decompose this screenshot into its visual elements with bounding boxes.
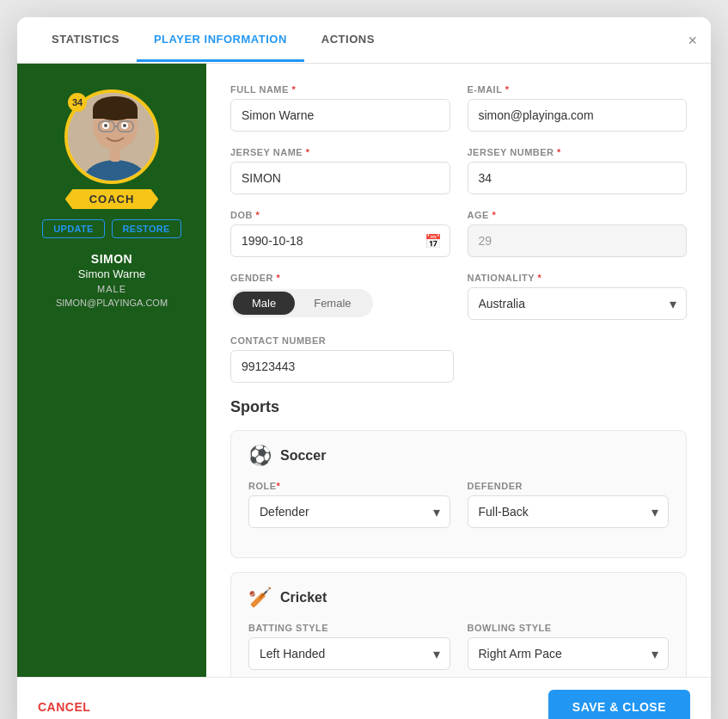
- dob-input[interactable]: [230, 224, 450, 257]
- sidebar-email: SIMON@PLAYINGA.COM: [56, 298, 168, 308]
- age-input: [468, 224, 688, 257]
- group-full-name: FULL NAME *: [230, 84, 450, 132]
- full-name-input[interactable]: [230, 99, 450, 132]
- nationality-label: NATIONALITY *: [468, 273, 688, 283]
- jersey-number-badge: 34: [68, 93, 87, 112]
- group-bowling-style: BOWLING STYLE Right Arm Pace Left Arm Pa…: [468, 623, 670, 670]
- dob-label: DOB *: [230, 210, 450, 220]
- group-email: E-MAIL *: [468, 84, 688, 132]
- cricket-fields: BATTING STYLE Left Handed Right Handed ▾…: [248, 623, 669, 670]
- group-soccer-role: ROLE* Defender Forward Goalkeeper Midfie…: [248, 481, 450, 528]
- sidebar-action-buttons: UPDATE RESTORE: [42, 219, 180, 238]
- role-banner: COACH: [65, 189, 159, 209]
- tab-statistics[interactable]: STATISTICS: [34, 19, 137, 62]
- row-jersey: JERSEY NAME * JERSEY NUMBER *: [230, 147, 687, 194]
- nationality-select-wrapper: Australia England India ▾: [468, 287, 688, 320]
- sidebar-gender: MALE: [97, 284, 126, 294]
- jersey-name-input[interactable]: [230, 162, 450, 194]
- jersey-number-label: JERSEY NUMBER *: [468, 147, 688, 157]
- gender-toggle: Male Female: [230, 289, 373, 317]
- cricket-card: 🏏 Cricket BATTING STYLE Left Handed Righ…: [230, 572, 687, 677]
- update-button[interactable]: UPDATE: [42, 219, 104, 238]
- defender-select[interactable]: Full-Back Centre-Back Sweeper: [468, 495, 670, 528]
- batting-style-select[interactable]: Left Handed Right Handed: [248, 637, 450, 670]
- tab-player-information[interactable]: PLAYER INFORMATION: [137, 19, 304, 62]
- form-content: FULL NAME * E-MAIL * JERSEY NAME *: [206, 64, 711, 677]
- nationality-select[interactable]: Australia England India: [468, 287, 688, 320]
- soccer-card: ⚽ Soccer ROLE* Defender Forward: [230, 430, 687, 558]
- modal-body: 34 COACH UPDATE RESTORE SIMON Simon Warn…: [17, 64, 711, 677]
- gender-male-button[interactable]: Male: [233, 292, 295, 315]
- gender-female-button[interactable]: Female: [295, 292, 370, 315]
- batting-select-wrapper: Left Handed Right Handed ▾: [248, 637, 450, 670]
- cricket-name: Cricket: [280, 590, 327, 605]
- group-batting-style: BATTING STYLE Left Handed Right Handed ▾: [248, 623, 450, 670]
- save-close-button[interactable]: SAVE & CLOSE: [548, 690, 690, 719]
- soccer-fields: ROLE* Defender Forward Goalkeeper Midfie…: [248, 481, 669, 528]
- avatar-container: 34: [64, 89, 159, 184]
- dob-input-wrapper: 📅: [230, 224, 450, 257]
- cricket-header: 🏏 Cricket: [248, 587, 669, 609]
- sidebar-fullname: Simon Warne: [78, 267, 145, 280]
- row-name-email: FULL NAME * E-MAIL *: [230, 84, 687, 132]
- svg-rect-3: [93, 108, 138, 119]
- group-gender: GENDER * Male Female: [230, 273, 450, 320]
- group-defender-type: DEFENDER Full-Back Centre-Back Sweeper ▾: [468, 481, 670, 528]
- row-dob-age: DOB * 📅 AGE *: [230, 210, 687, 257]
- close-icon[interactable]: ×: [688, 33, 697, 48]
- group-dob: DOB * 📅: [230, 210, 450, 257]
- soccer-role-select-wrapper: Defender Forward Goalkeeper Midfielder ▾: [248, 495, 450, 528]
- batting-style-label: BATTING STYLE: [248, 623, 450, 633]
- jersey-number-input[interactable]: [468, 162, 688, 194]
- tab-actions[interactable]: ACTIONS: [304, 19, 392, 62]
- cancel-button[interactable]: CANCEL: [38, 700, 90, 714]
- bowling-style-select[interactable]: Right Arm Pace Left Arm Pace Off Spin Le…: [468, 637, 670, 670]
- jersey-name-label: JERSEY NAME *: [230, 147, 450, 157]
- group-nationality: NATIONALITY * Australia England India ▾: [468, 273, 688, 320]
- soccer-icon: ⚽: [248, 445, 272, 467]
- bowling-select-wrapper: Right Arm Pace Left Arm Pace Off Spin Le…: [468, 637, 670, 670]
- group-age: AGE *: [468, 210, 688, 257]
- soccer-name: Soccer: [280, 448, 326, 464]
- restore-button[interactable]: RESTORE: [112, 219, 181, 238]
- svg-rect-12: [110, 146, 120, 162]
- group-jersey-name: JERSEY NAME *: [230, 147, 450, 194]
- group-contact: CONTACT NUMBER: [230, 335, 454, 383]
- sports-title: Sports: [230, 398, 687, 416]
- tab-bar: STATISTICS PLAYER INFORMATION ACTIONS ×: [17, 17, 711, 64]
- soccer-role-select[interactable]: Defender Forward Goalkeeper Midfielder: [248, 495, 450, 528]
- row-gender-nationality: GENDER * Male Female NATIONALITY * Austr…: [230, 273, 687, 320]
- sidebar: 34 COACH UPDATE RESTORE SIMON Simon Warn…: [17, 64, 206, 677]
- contact-input[interactable]: [230, 350, 454, 383]
- bowling-style-label: BOWLING STYLE: [468, 623, 670, 633]
- sidebar-username: SIMON: [91, 252, 132, 266]
- cricket-icon: 🏏: [248, 587, 272, 609]
- modal-footer: CANCEL SAVE & CLOSE: [17, 677, 711, 719]
- soccer-role-label: ROLE*: [248, 481, 450, 491]
- email-label: E-MAIL *: [468, 84, 688, 95]
- full-name-label: FULL NAME *: [230, 84, 450, 95]
- email-input[interactable]: [468, 99, 688, 132]
- calendar-icon[interactable]: 📅: [425, 233, 442, 249]
- row-contact: CONTACT NUMBER: [230, 335, 687, 383]
- sports-section: Sports ⚽ Soccer ROLE*: [230, 398, 687, 677]
- svg-point-6: [104, 124, 107, 127]
- defender-select-wrapper: Full-Back Centre-Back Sweeper ▾: [468, 495, 670, 528]
- defender-label: DEFENDER: [468, 481, 670, 491]
- soccer-header: ⚽ Soccer: [248, 445, 669, 467]
- modal-container: STATISTICS PLAYER INFORMATION ACTIONS ×: [17, 17, 711, 719]
- contact-label: CONTACT NUMBER: [230, 335, 454, 346]
- svg-point-7: [123, 124, 126, 127]
- group-jersey-number: JERSEY NUMBER *: [468, 147, 688, 194]
- age-label: AGE *: [468, 210, 688, 220]
- gender-label: GENDER *: [230, 273, 450, 283]
